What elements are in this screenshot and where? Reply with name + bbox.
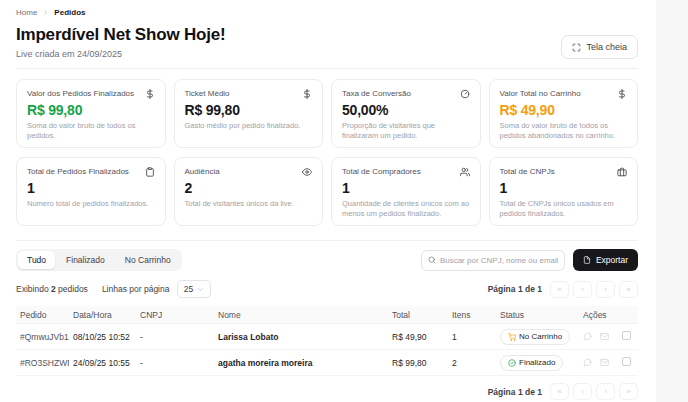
column-total: Total [388, 310, 448, 320]
section-divider [16, 240, 638, 241]
stat-card-title: Valor dos Pedidos Finalizados [27, 89, 134, 98]
status-badge: Finalizado [500, 355, 563, 371]
cell-datetime: 08/10/25 10:52 [69, 332, 136, 342]
status-badge-label: Finalizado [519, 358, 555, 367]
stat-card-description: Total de CNPJs únicos usados em pedidos … [500, 199, 628, 219]
cell-total: R$ 49,90 [388, 332, 448, 342]
stat-card-description: Soma do valor bruto de todos os pedidos. [27, 121, 155, 141]
cell-order-id[interactable]: #QmwuJVb1 [16, 332, 69, 342]
stat-card-description: Gasto médio por pedido finalizado. [185, 121, 313, 131]
stat-card-title: Total de Compradores [342, 167, 421, 176]
cell-cnpj: - [136, 358, 214, 368]
stat-card-description: Proporção de visitantes que finalizaram … [342, 121, 470, 141]
column-itens: Itens [448, 310, 496, 320]
search-input[interactable] [440, 256, 558, 265]
prev-page-button[interactable]: ‹ [573, 383, 592, 400]
stat-card: Total de Compradores 1 Quantidade de cli… [331, 157, 481, 226]
dollar-icon [617, 89, 627, 99]
column-data-hora: Data/Hora [69, 310, 136, 320]
list-meta-row: Exibindo 2 pedidos Linhas por página 25 … [16, 280, 638, 298]
stat-card-title: Taxa de Conversão [342, 89, 411, 98]
last-page-button[interactable]: » [619, 281, 638, 298]
tab-no-carrinho[interactable]: No Carrinho [116, 251, 180, 269]
orders-table: Pedido Data/Hora CNPJ Nome Total Itens S… [16, 306, 638, 376]
stat-card-description: Soma do valor bruto de todos os pedidos … [500, 121, 628, 141]
tab-finalizado[interactable]: Finalizado [57, 251, 114, 269]
orders-toolbar: TudoFinalizadoNo Carrinho Exportar [16, 249, 638, 271]
page-title: Imperdível Net Show Hoje! [16, 25, 225, 45]
page-subtitle: Live criada em 24/09/2025 [16, 49, 225, 59]
stat-card: Valor Total no Carrinho R$ 49,90 Soma do… [489, 79, 639, 148]
stat-card: Total de CNPJs 1 Total de CNPJs únicos u… [489, 157, 639, 226]
rows-per-page-select[interactable]: 25 [177, 280, 211, 298]
stat-card-value: 1 [500, 180, 628, 196]
stat-card: Valor dos Pedidos Finalizados R$ 99,80 S… [16, 79, 166, 148]
pagination-bottom: Página 1 de 1 « ‹ › » [488, 383, 638, 400]
cell-datetime: 24/09/25 10:55 [69, 358, 136, 368]
search-icon [428, 256, 436, 264]
stat-card-title: Ticket Médio [185, 89, 230, 98]
status-badge-label: No Carrinho [519, 332, 562, 341]
cell-items: 2 [448, 358, 496, 368]
mail-icon[interactable] [600, 332, 609, 341]
cell-name: agatha moreira moreira [214, 358, 388, 368]
whatsapp-icon[interactable] [583, 358, 592, 367]
prev-page-button[interactable]: ‹ [573, 281, 592, 298]
orders-dashboard-page: Home Pedidos Imperdível Net Show Hoje! L… [16, 0, 638, 400]
row-checkbox[interactable] [622, 331, 631, 340]
stat-card-title: Total de Pedidos Finalizados [27, 167, 129, 176]
cell-order-id[interactable]: #RO3SHZWF [16, 358, 69, 368]
stat-card-value: 1 [27, 180, 155, 196]
stat-card: Taxa de Conversão 50,00% Proporção de vi… [331, 79, 481, 148]
table-header-row: Pedido Data/Hora CNPJ Nome Total Itens S… [16, 306, 638, 324]
users-icon [460, 167, 470, 177]
stat-card-value: R$ 49,90 [500, 102, 628, 118]
fullscreen-button[interactable]: Tela cheia [561, 35, 638, 59]
next-page-button[interactable]: › [596, 383, 615, 400]
row-checkbox[interactable] [622, 357, 631, 366]
rows-per-page-label: Linhas por página [102, 284, 170, 294]
search-box[interactable] [421, 250, 565, 271]
whatsapp-icon[interactable] [583, 332, 592, 341]
export-button[interactable]: Exportar [573, 249, 638, 271]
mail-icon[interactable] [600, 358, 609, 367]
table-body: #QmwuJVb1 08/10/25 10:52 - Larissa Lobat… [16, 324, 638, 376]
column-pedido: Pedido [16, 310, 69, 320]
pagination-top: Página 1 de 1 « ‹ › » [488, 281, 638, 298]
status-badge: No Carrinho [500, 329, 570, 345]
cart-icon [508, 333, 516, 341]
clipboard-icon [145, 167, 155, 177]
chevron-down-icon [197, 286, 204, 293]
eye-icon [302, 167, 312, 177]
cell-cnpj: - [136, 332, 214, 342]
last-page-button[interactable]: » [619, 383, 638, 400]
stat-card-value: 1 [342, 180, 470, 196]
next-page-button[interactable]: › [596, 281, 615, 298]
first-page-button[interactable]: « [550, 383, 569, 400]
stat-card: Total de Pedidos Finalizados 1 Número to… [16, 157, 166, 226]
stat-card-title: Audiência [185, 167, 220, 176]
chevron-right-icon [42, 9, 49, 16]
gauge-icon [460, 89, 470, 99]
fullscreen-button-label: Tela cheia [586, 42, 627, 52]
first-page-button[interactable]: « [550, 281, 569, 298]
breadcrumb-home-link[interactable]: Home [16, 8, 37, 17]
stat-card-description: Número total de pedidos finalizados. [27, 199, 155, 209]
dollar-icon [145, 89, 155, 99]
column-status: Status [496, 310, 579, 320]
stat-card-description: Quantidade de clientes únicos com ao men… [342, 199, 470, 219]
stat-card-description: Total de visitantes únicos da live. [185, 199, 313, 209]
briefcase-icon [617, 167, 627, 177]
showing-count-text: Exibindo 2 pedidos [16, 284, 88, 294]
page-header: Imperdível Net Show Hoje! Live criada em… [16, 25, 638, 59]
breadcrumb-current: Pedidos [54, 8, 85, 17]
breadcrumb: Home Pedidos [16, 8, 638, 17]
cell-total: R$ 99,80 [388, 358, 448, 368]
tab-tudo[interactable]: Tudo [18, 251, 55, 269]
stat-card-value: R$ 99,80 [27, 102, 155, 118]
check-circle-icon [508, 359, 516, 367]
page-right-gutter [656, 0, 688, 402]
stats-grid: Valor dos Pedidos Finalizados R$ 99,80 S… [16, 79, 638, 226]
column-cnpj: CNPJ [136, 310, 214, 320]
header-divider [16, 68, 638, 69]
